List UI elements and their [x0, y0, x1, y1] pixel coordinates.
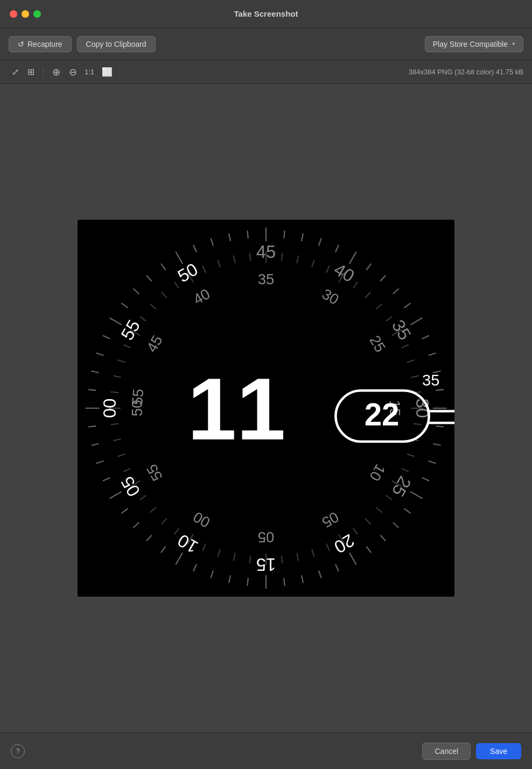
watch-face-container: 50 45 55 40 00 35 05 30 10 25 15 20 40 3…: [78, 220, 454, 597]
canvas-area: 50 45 55 40 00 35 05 30 10 25 15 20 40 3…: [0, 84, 532, 732]
recapture-icon: ↺: [18, 40, 24, 48]
fit-image-button[interactable]: ⬜: [99, 66, 116, 79]
watch-face-svg: 50 45 55 40 00 35 05 30 10 25 15 20 40 3…: [78, 220, 454, 597]
svg-text:35: 35: [258, 271, 274, 288]
divider: [43, 67, 44, 78]
fit-view-button[interactable]: ⤢: [9, 66, 22, 79]
chevron-down-icon: ▾: [512, 40, 515, 47]
zoom-in-button[interactable]: ⊕: [49, 65, 64, 79]
svg-text:15: 15: [256, 555, 276, 575]
svg-text:35: 35: [422, 372, 439, 389]
svg-line-60: [247, 230, 248, 239]
svg-line-2: [284, 230, 285, 239]
title-bar: Take Screenshot: [0, 0, 532, 28]
svg-line-30: [284, 578, 285, 586]
save-button[interactable]: Save: [476, 743, 521, 759]
svg-text:05: 05: [258, 529, 274, 546]
svg-text:55: 55: [129, 388, 147, 406]
window-controls: [10, 10, 41, 18]
play-store-dropdown[interactable]: Play Store Compatible ▾: [425, 36, 523, 52]
help-icon: ?: [16, 747, 19, 755]
view-controls-left: ⤢ ⊞ ⊕ ⊖ 1:1 ⬜: [9, 65, 116, 79]
toolbar: ↺ Recapture Copy to Clipboard Play Store…: [0, 28, 532, 60]
zoom-level[interactable]: 1:1: [82, 67, 96, 77]
recapture-button[interactable]: ↺ Recapture: [9, 36, 72, 52]
dropdown-label: Play Store Compatible: [433, 40, 508, 48]
copy-label: Copy to Clipboard: [86, 40, 146, 48]
minimize-button[interactable]: [22, 10, 29, 18]
zoom-out-button[interactable]: ⊖: [66, 65, 80, 79]
copy-clipboard-button[interactable]: Copy to Clipboard: [77, 36, 156, 52]
help-button[interactable]: ?: [11, 744, 25, 758]
cancel-button[interactable]: Cancel: [422, 743, 471, 760]
watch-face: 50 45 55 40 00 35 05 30 10 25 15 20 40 3…: [78, 220, 454, 597]
close-button[interactable]: [10, 10, 17, 18]
maximize-button[interactable]: [33, 10, 41, 18]
svg-text:45: 45: [256, 242, 276, 262]
svg-line-32: [247, 578, 248, 586]
svg-line-45: [88, 426, 96, 427]
svg-text:00: 00: [100, 399, 120, 418]
svg-line-15: [436, 389, 444, 390]
image-info: 384x384 PNG (32-bit color) 41.75 kB: [409, 68, 523, 76]
svg-text:22: 22: [365, 397, 400, 432]
svg-line-17: [436, 426, 444, 427]
svg-line-47: [88, 389, 96, 390]
window-title: Take Screenshot: [234, 9, 298, 18]
grid-view-button[interactable]: ⊞: [24, 66, 38, 79]
view-bar: ⤢ ⊞ ⊕ ⊖ 1:1 ⬜ 384x384 PNG (32-bit color)…: [0, 60, 532, 84]
bottom-actions: Cancel Save: [422, 743, 521, 760]
recapture-label: Recapture: [27, 40, 62, 48]
bottom-bar: ? Cancel Save: [0, 732, 532, 769]
svg-text:11: 11: [187, 359, 285, 458]
